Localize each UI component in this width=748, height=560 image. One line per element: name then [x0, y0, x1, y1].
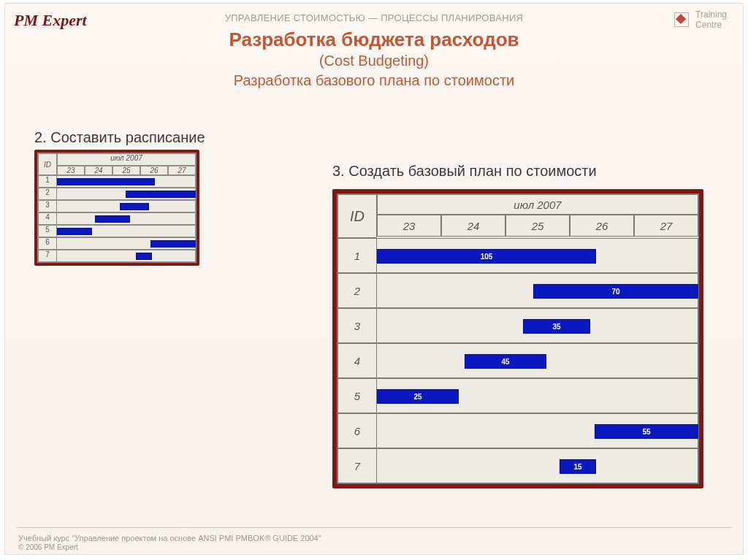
gs-chart-cell	[57, 237, 196, 250]
gb-chart-cell: 105	[377, 238, 698, 273]
gb-row-id: 2	[337, 273, 377, 308]
gs-row: 3	[38, 200, 196, 212]
gb-row-id: 6	[337, 413, 377, 448]
footer-course: Учебный курс "Управление проектом на осн…	[18, 534, 321, 542]
gs-bar	[136, 253, 152, 260]
gb-id-header: ID	[337, 194, 377, 238]
gs-day: 26	[140, 166, 168, 175]
title-sub: (Cost Budgeting)	[5, 53, 743, 69]
gb-chart-cell: 35	[377, 308, 698, 343]
footer-copyright: © 2006 PM Expert	[18, 543, 78, 551]
breadcrumb: УПРАВЛЕНИЕ СТОИМОСТЬЮ — ПРОЦЕССЫ ПЛАНИРО…	[5, 12, 743, 23]
gb-row: 655	[337, 413, 698, 448]
gs-row-id: 5	[38, 225, 57, 237]
gb-bar: 35	[523, 319, 590, 334]
gantt-big-inner: ID июл 2007 2324252627 11052703354455256…	[337, 193, 699, 484]
gs-row: 5	[38, 225, 196, 237]
gb-row-id: 1	[337, 238, 377, 273]
gb-bar: 55	[595, 424, 698, 439]
gb-row: 715	[337, 448, 698, 483]
gb-row-id: 4	[337, 343, 377, 378]
title-desc: Разработка базового плана по стоимости	[5, 72, 743, 89]
gs-day: 27	[168, 166, 196, 175]
gb-chart-cell: 45	[377, 343, 698, 378]
gantt-small: ID июл 2007 2324252627 1234567	[34, 150, 199, 266]
gs-chart-cell	[57, 225, 196, 237]
gb-chart-cell: 25	[377, 378, 698, 413]
gs-row: 1	[38, 175, 196, 188]
logo-line1: Training	[695, 9, 727, 20]
gs-bar	[95, 215, 130, 223]
gs-chart-cell	[57, 212, 196, 225]
gs-chart-cell	[57, 175, 196, 188]
gs-row-id: 4	[38, 212, 57, 225]
gs-chart-cell	[57, 200, 196, 212]
gb-bar: 25	[377, 389, 459, 404]
gb-month: июл 2007	[377, 194, 698, 215]
gs-bar	[150, 240, 196, 248]
gb-day: 25	[505, 215, 570, 237]
gs-bar	[126, 191, 196, 198]
gs-day: 24	[85, 166, 112, 175]
gs-chart-cell	[57, 250, 196, 262]
gb-row: 445	[337, 343, 698, 378]
gs-row: 2	[38, 188, 196, 200]
step2-label: 2. Составить расписание	[34, 129, 205, 146]
training-centre-logo: Training Centre	[674, 9, 727, 30]
gs-month: июл 2007	[57, 153, 196, 166]
gs-day: 25	[112, 166, 140, 175]
gs-bar	[120, 203, 149, 210]
gs-bar	[57, 228, 92, 235]
gb-row-id: 3	[337, 308, 377, 343]
gb-day: 26	[570, 215, 634, 237]
gb-row-id: 5	[337, 378, 377, 413]
gb-row: 525	[337, 378, 698, 413]
gs-row-id: 7	[38, 250, 57, 262]
gantt-big: ID июл 2007 2324252627 11052703354455256…	[332, 189, 703, 488]
gs-row: 6	[38, 237, 196, 250]
title-block: Разработка бюджета расходов (Cost Budget…	[5, 28, 743, 89]
gb-row: 1105	[337, 238, 698, 273]
gb-bar: 105	[377, 249, 596, 264]
gantt-small-inner: ID июл 2007 2324252627 1234567	[37, 153, 196, 263]
gb-day: 24	[441, 215, 505, 237]
gb-chart-cell: 15	[377, 448, 698, 483]
gs-chart-cell	[57, 188, 196, 200]
gb-chart-cell: 70	[377, 273, 698, 308]
gb-row-id: 7	[337, 448, 377, 483]
gb-row: 270	[337, 273, 698, 308]
gs-row: 4	[38, 212, 196, 225]
gs-row-id: 6	[38, 237, 57, 250]
gs-row: 7	[38, 250, 196, 262]
step3-label: 3. Создать базовый план по стоимости	[332, 163, 597, 180]
gb-bar: 15	[560, 459, 596, 474]
gb-bar: 70	[533, 284, 698, 299]
title-main: Разработка бюджета расходов	[5, 28, 743, 51]
gb-row: 335	[337, 308, 698, 343]
gs-row-id: 3	[38, 200, 57, 212]
gs-bar	[57, 178, 155, 185]
logo-icon	[674, 12, 689, 27]
gb-chart-cell: 55	[377, 413, 698, 448]
gs-row-id: 2	[38, 188, 57, 200]
slide-body: PM Expert УПРАВЛЕНИЕ СТОИМОСТЬЮ — ПРОЦЕС…	[4, 3, 744, 555]
gs-row-id: 1	[38, 175, 57, 188]
gb-day: 23	[377, 215, 441, 237]
gb-day: 27	[634, 215, 698, 237]
divider	[17, 527, 731, 528]
gs-id-header: ID	[38, 153, 57, 175]
gs-day: 23	[57, 166, 85, 175]
gb-bar: 45	[465, 354, 546, 369]
